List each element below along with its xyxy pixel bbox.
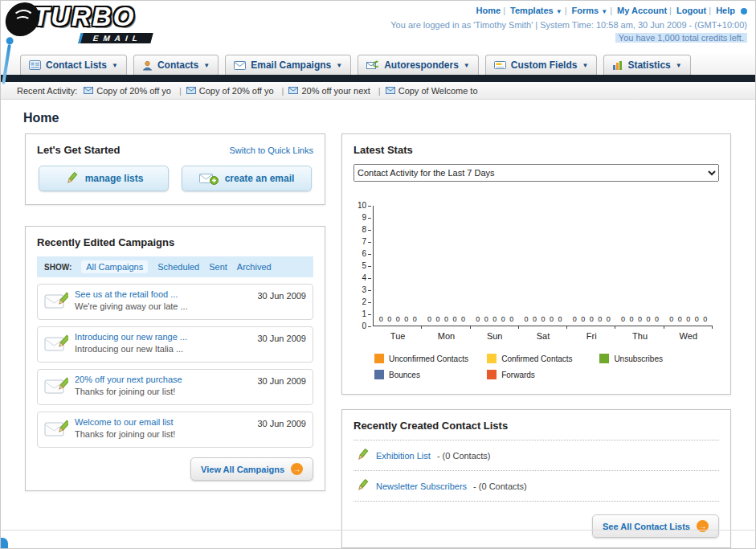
chart-y-axis: 109876543210 <box>357 206 373 326</box>
view-all-campaigns-label: View All Campaigns <box>201 465 284 474</box>
contact-list-item[interactable]: Newsletter Subscribers - (0 Contacts) <box>353 471 719 502</box>
chart-x-tick-label: Sat <box>519 331 567 341</box>
campaign-title-link[interactable]: Welcome to our email list <box>75 417 251 427</box>
campaign-date: 30 Jun 2009 <box>257 289 306 301</box>
top-nav: Home| Templates ▼| Forms ▼| My Account| … <box>390 5 747 18</box>
top-link-forms[interactable]: Forms ▼ <box>572 6 608 15</box>
campaign-text: Welcome to our email list Thanks for joi… <box>75 417 251 439</box>
tab-label: Contact Lists <box>46 59 107 71</box>
campaign-text: 20% off your next purchase Thanks for jo… <box>75 375 251 396</box>
arrow-right-icon: → <box>291 463 303 475</box>
campaign-title-link[interactable]: Introducing our new range ... <box>75 332 251 342</box>
contact-list-item[interactable]: Exhibition List - (0 Contacts) <box>353 440 719 471</box>
recent-contact-lists-panel: Recently Created Contact Lists Exhibitio… <box>341 409 731 548</box>
tab-custom-fields[interactable]: Custom Fields ▼ <box>485 55 598 75</box>
see-all-contact-lists-button[interactable]: See All Contact Lists → <box>592 514 719 538</box>
recent-activity-item[interactable]: 20% off your next | <box>288 86 380 96</box>
tab-contacts[interactable]: Contacts ▼ <box>133 55 219 75</box>
contact-list-detail: - (0 Contacts) <box>437 451 491 461</box>
contact-list: Exhibition List - (0 Contacts) Newslette… <box>353 440 719 502</box>
top-link-my-account[interactable]: My Account <box>617 6 667 15</box>
top-link-home[interactable]: Home <box>476 6 501 15</box>
view-all-campaigns-button[interactable]: View All Campaigns → <box>190 457 313 481</box>
filter-scheduled[interactable]: Scheduled <box>157 262 199 272</box>
logo-title: TURBO <box>33 3 152 30</box>
separator: | <box>610 6 612 15</box>
credits-info: You have 1,000 total credits left. <box>390 32 747 44</box>
pencil-icon <box>355 479 370 493</box>
chart-legend: Unconfirmed ContactsConfirmed ContactsUn… <box>374 354 713 379</box>
campaign-subtitle: Thanks for joining our list! <box>75 429 251 439</box>
legend-swatch <box>374 354 384 363</box>
separator: | <box>378 86 381 96</box>
top-link-help[interactable]: Help <box>716 6 735 15</box>
stats-period-select[interactable]: Contact Activity for the Last 7 Days <box>353 164 719 182</box>
chart-y-tick-label: 4 <box>362 274 366 282</box>
create-email-button[interactable]: create an email <box>182 166 312 191</box>
legend-item: Confirmed Contacts <box>487 354 599 363</box>
recent-activity-item[interactable]: Copy of Welcome to | <box>386 86 478 96</box>
chart-day-group: 0 0 0 0 0Thu <box>615 206 664 326</box>
chevron-down-icon: ▼ <box>203 62 210 69</box>
footer-decoration <box>1 538 8 548</box>
email-edit-icon <box>44 375 68 399</box>
contact-list-link[interactable]: Exhibition List <box>376 451 431 461</box>
recent-activity-item[interactable]: Copy of 20% off yo | <box>186 86 284 96</box>
chart-value-labels: 0 0 0 0 0 <box>471 315 519 323</box>
autoresponders-icon <box>366 60 379 70</box>
envelope-icon <box>288 87 298 94</box>
tab-label: Contacts <box>157 59 198 71</box>
recent-activity-text: Copy of 20% off yo <box>96 86 171 96</box>
recent-activity-item[interactable]: Copy of 20% off yo | <box>84 86 182 96</box>
recent-activity-text: Copy of Welcome to <box>398 86 478 96</box>
filter-archived[interactable]: Archived <box>237 262 272 272</box>
chart-x-tick-label: Wed <box>664 331 713 341</box>
recent-activity-items: Copy of 20% off yo | Copy of 20% off yo … <box>84 86 482 96</box>
email-campaigns-icon <box>234 61 246 70</box>
footer-divider <box>1 530 755 531</box>
legend-swatch <box>374 370 384 379</box>
chart-plot-days: 0 0 0 0 0Tue0 0 0 0 0Mon0 0 0 0 0Sun0 0 … <box>374 206 713 326</box>
chart-y-tick-label: 9 <box>362 214 366 222</box>
legend-label: Confirmed Contacts <box>501 354 572 363</box>
manage-lists-label: manage lists <box>85 173 144 184</box>
separator: | <box>709 6 711 15</box>
latest-stats-panel: Latest Stats Contact Activity for the La… <box>341 133 731 395</box>
chevron-down-icon: ▼ <box>676 62 682 69</box>
tab-label: Autoresponders <box>384 59 459 71</box>
tab-label: Custom Fields <box>511 59 578 71</box>
top-link-templates[interactable]: Templates ▼ <box>510 6 562 15</box>
chart-y-tick-label: 10 <box>358 202 366 210</box>
chart-plot-area: 0 0 0 0 0Tue0 0 0 0 0Mon0 0 0 0 0Sun0 0 … <box>373 206 713 326</box>
credits-text: You have 1,000 total credits left. <box>615 33 747 43</box>
pencil-icon <box>64 172 79 185</box>
campaign-item[interactable]: See us at the retail food ... We're givi… <box>37 284 313 320</box>
contacts-icon <box>142 60 153 71</box>
campaign-item[interactable]: Introducing our new range ... Introducin… <box>37 326 313 363</box>
tab-contact-lists[interactable]: Contact Lists ▼ <box>20 55 127 75</box>
campaign-text: See us at the retail food ... We're givi… <box>75 289 251 311</box>
main-nav: Contact Lists ▼ Contacts ▼ Email Campaig… <box>1 51 755 75</box>
legend-item: Forwards <box>487 370 599 379</box>
main-content: Let's Get Started Switch to Quick Links … <box>1 133 755 548</box>
chart-y-tick-label: 8 <box>362 226 366 234</box>
tab-autoresponders[interactable]: Autoresponders ▼ <box>358 55 479 75</box>
campaign-date: 30 Jun 2009 <box>257 332 306 343</box>
tab-email-campaigns[interactable]: Email Campaigns ▼ <box>225 55 351 75</box>
switch-quick-links-link[interactable]: Switch to Quick Links <box>229 145 313 155</box>
campaign-item[interactable]: Welcome to our email list Thanks for joi… <box>37 412 313 448</box>
chart-y-tick-label: 1 <box>362 310 366 318</box>
manage-lists-button[interactable]: manage lists <box>39 166 169 191</box>
campaign-item[interactable]: 20% off your next purchase Thanks for jo… <box>37 369 313 405</box>
campaign-title-link[interactable]: 20% off your next purchase <box>75 375 251 384</box>
campaign-title-link[interactable]: See us at the retail food ... <box>75 289 251 299</box>
filter-all-campaigns[interactable]: All Campaigns <box>81 260 148 273</box>
separator: | <box>179 86 182 96</box>
pencil-icon <box>355 449 370 462</box>
tab-statistics[interactable]: Statistics ▼ <box>603 55 690 75</box>
logo-text: TURBO EMAIL <box>33 2 152 44</box>
contact-list-link[interactable]: Newsletter Subscribers <box>376 481 467 491</box>
chart-x-tick-label: Thu <box>615 331 664 341</box>
top-link-logout[interactable]: Logout <box>676 6 706 15</box>
filter-sent[interactable]: Sent <box>209 262 227 272</box>
